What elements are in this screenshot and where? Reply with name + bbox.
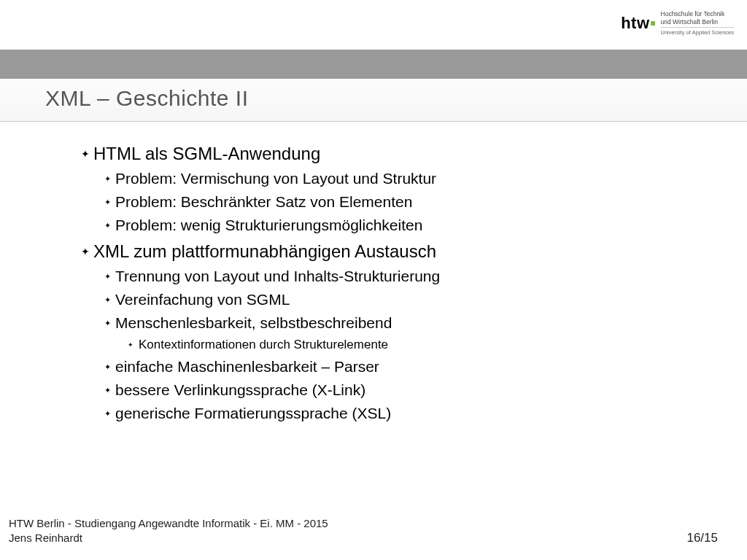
diamond-bullet-icon: ✦ — [102, 295, 112, 305]
diamond-bullet-icon: ✦ — [80, 148, 90, 160]
list-item: ✦Problem: wenig Strukturierungsmöglichke… — [102, 217, 718, 234]
logo-line1: Hochschule für Technik — [661, 10, 734, 18]
item-text: generische Formatierungssprache (XSL) — [115, 405, 391, 421]
footer-left: HTW Berlin - Studiengang Angewandte Info… — [9, 516, 328, 546]
diamond-bullet-icon: ✦ — [102, 272, 112, 281]
diamond-bullet-icon: ✦ — [102, 409, 112, 419]
item-text: Problem: Vermischung von Layout und Stru… — [115, 170, 436, 187]
diamond-bullet-icon: ✦ — [102, 386, 112, 395]
item-text: Problem: wenig Strukturierungsmöglichkei… — [115, 217, 422, 233]
list-item: ✦Problem: Vermischung von Layout und Str… — [102, 170, 718, 187]
footer: HTW Berlin - Studiengang Angewandte Info… — [0, 516, 747, 546]
diamond-bullet-icon: ✦ — [102, 319, 112, 328]
header-bar: htw Hochschule für Technik und Wirtschaf… — [0, 0, 747, 50]
title-area: XML – Geschichte II — [0, 79, 747, 122]
list-item: ✦Vereinfachung von SGML — [102, 291, 718, 308]
list-item: ✦Menschenlesbarkeit, selbstbeschreibend — [102, 314, 718, 332]
footer-author: Jens Reinhardt — [9, 531, 328, 545]
list-item: ✦generische Formatierungssprache (XSL) — [102, 405, 718, 422]
item-text: bessere Verlinkungssprache (X-Link) — [115, 381, 365, 398]
item-text: Kontextinformationen durch Struktureleme… — [139, 338, 388, 351]
logo-subline: University of Applied Sciences — [661, 27, 734, 36]
page-number: 16/15 — [686, 531, 718, 545]
diamond-bullet-icon: ✦ — [102, 221, 112, 230]
list-item: ✦Problem: Beschränkter Satz von Elemente… — [102, 193, 718, 211]
list-item: ✦Kontextinformationen durch Strukturelem… — [125, 338, 718, 352]
diamond-bullet-icon: ✦ — [102, 174, 112, 184]
diamond-bullet-icon: ✦ — [125, 341, 136, 349]
item-text: Vereinfachung von SGML — [115, 291, 290, 308]
diamond-bullet-icon: ✦ — [102, 362, 112, 372]
slide-title: XML – Geschichte II — [45, 86, 747, 111]
item-text: Problem: Beschränkter Satz von Elementen — [115, 193, 412, 210]
item-text: XML zum plattformunabhängigen Austausch — [93, 241, 436, 261]
diamond-bullet-icon: ✦ — [80, 246, 90, 257]
item-text: Menschenlesbarkeit, selbstbeschreibend — [115, 314, 392, 331]
slide-content: ✦HTML als SGML-Anwendung ✦Problem: Vermi… — [0, 122, 747, 422]
list-item: ✦Trennung von Layout und Inhalts-Struktu… — [102, 268, 718, 285]
logo-text-main: htw — [621, 14, 649, 32]
logo-caption: Hochschule für Technik und Wirtschaft Be… — [661, 10, 734, 36]
logo: htw Hochschule für Technik und Wirtschaf… — [621, 10, 734, 36]
list-item: ✦einfache Maschinenlesbarkeit – Parser — [102, 358, 718, 376]
item-text: HTML als SGML-Anwendung — [93, 144, 320, 163]
logo-dot-icon — [651, 21, 655, 26]
item-text: einfache Maschinenlesbarkeit – Parser — [115, 358, 379, 375]
logo-main: htw — [621, 14, 654, 33]
logo-line2: und Wirtschaft Berlin — [661, 18, 734, 26]
list-item: ✦bessere Verlinkungssprache (X-Link) — [102, 381, 718, 399]
footer-info: HTW Berlin - Studiengang Angewandte Info… — [9, 516, 328, 531]
list-item: ✦XML zum plattformunabhängigen Austausch — [80, 241, 718, 262]
gray-banner — [0, 50, 747, 79]
diamond-bullet-icon: ✦ — [102, 198, 112, 207]
item-text: Trennung von Layout und Inhalts-Struktur… — [115, 268, 440, 284]
list-item: ✦HTML als SGML-Anwendung — [80, 144, 718, 164]
